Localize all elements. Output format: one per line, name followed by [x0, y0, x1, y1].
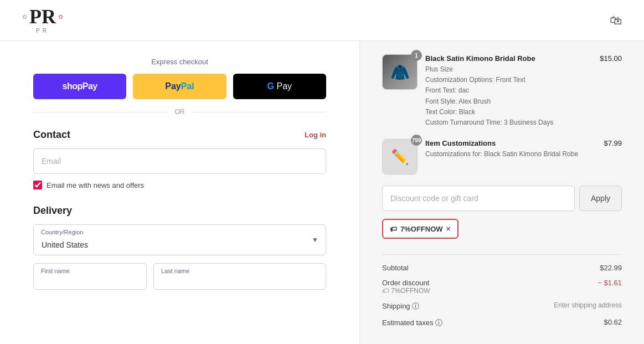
- summary-divider: [382, 254, 622, 255]
- newsletter-checkbox[interactable]: [33, 181, 42, 189]
- shipping-row: Shipping ⓘ Enter shipping address: [382, 298, 622, 315]
- item-badge-1: 799: [411, 135, 422, 146]
- apply-button[interactable]: Apply: [579, 186, 622, 211]
- taxes-row: Estimated taxes ⓘ $0.62: [382, 315, 622, 331]
- paypal-label: PayPal: [165, 81, 194, 91]
- shipping-label: Shipping ⓘ: [382, 301, 419, 311]
- coupon-icon-small: 🏷: [382, 287, 389, 295]
- coupon-remove-button[interactable]: ×: [446, 224, 451, 233]
- country-select-wrapper: Country/Region United States ▼: [33, 224, 326, 255]
- subtotal-row: Subtotal $22.99: [382, 260, 622, 275]
- robe-thumbnail: 🧥: [383, 55, 417, 89]
- item-meta-1: Customizations for: Black Satin Kimono B…: [425, 149, 596, 160]
- express-checkout-section: Express checkout shopPay PayPal G Pay OR: [33, 58, 326, 116]
- shipping-info-icon[interactable]: ⓘ: [412, 302, 419, 310]
- order-item-1: ✏️ 799 Item Customizations Customization…: [382, 139, 622, 174]
- discount-value: − $1.61: [597, 279, 622, 295]
- logo-initials: PR: [29, 7, 56, 27]
- item-image-wrap-0: 🧥 1: [382, 54, 418, 90]
- cart-icon[interactable]: 🛍: [610, 13, 622, 28]
- item-price-1: $7.99: [604, 139, 622, 147]
- shoppay-button[interactable]: shopPay: [33, 74, 126, 99]
- express-checkout-label: Express checkout: [33, 58, 326, 66]
- gpay-button[interactable]: G Pay: [233, 74, 326, 99]
- coupon-code: 7%OFFNOW: [400, 225, 443, 233]
- paypal-button[interactable]: PayPal: [133, 74, 226, 99]
- item-price-0: $15.00: [600, 54, 622, 63]
- subtotal-value: $22.99: [600, 264, 622, 272]
- contact-title: Contact: [33, 129, 70, 141]
- logo-subtitle: PR: [36, 28, 49, 34]
- first-name-wrap: First name: [33, 263, 147, 290]
- contact-heading: Contact Log in: [33, 129, 326, 141]
- item-image-wrap-1: ✏️ 799: [382, 139, 418, 174]
- order-discount-row: Order discount 🏷 7%OFFNOW − $1.61: [382, 275, 622, 298]
- main-layout: Express checkout shopPay PayPal G Pay OR: [0, 41, 644, 344]
- delivery-section: Delivery Country/Region United States ▼ …: [33, 205, 326, 290]
- newsletter-label: Email me with news and offers: [47, 181, 144, 189]
- discount-code-row: 🏷 7%OFFNOW: [382, 287, 430, 295]
- coupon-tag: 🏷 7%OFFNOW ×: [382, 219, 458, 239]
- taxes-info-icon[interactable]: ⓘ: [435, 319, 442, 327]
- contact-section: Contact Log in Email me with news and of…: [33, 129, 326, 189]
- log-in-link[interactable]: Log in: [305, 131, 326, 139]
- item-name-0: Black Satin Kimono Bridal Robe: [425, 54, 592, 63]
- item-badge-0: 1: [411, 50, 422, 61]
- delivery-heading: Delivery: [33, 205, 326, 217]
- express-buttons: shopPay PayPal G Pay: [33, 74, 326, 99]
- item-name-1: Item Customizations: [425, 139, 596, 147]
- country-label: Country/Region: [41, 229, 83, 235]
- email-field[interactable]: [33, 148, 326, 174]
- order-discount-label: Order discount: [382, 279, 430, 287]
- order-discount-left: Order discount 🏷 7%OFFNOW: [382, 279, 430, 295]
- gpay-label: G Pay: [267, 81, 292, 91]
- last-name-wrap: Last name: [153, 263, 326, 290]
- left-panel: Express checkout shopPay PayPal G Pay OR: [0, 41, 360, 344]
- item-image-0: 🧥: [382, 54, 418, 90]
- or-divider: OR: [33, 108, 326, 116]
- right-panel: 🧥 1 Black Satin Kimono Bridal Robe Plus …: [360, 41, 644, 344]
- order-item-0: 🧥 1 Black Satin Kimono Bridal Robe Plus …: [382, 54, 622, 128]
- taxes-label: Estimated taxes ⓘ: [382, 318, 442, 328]
- shipping-value: Enter shipping address: [554, 301, 622, 311]
- site-header: ✿ PR ✿ PR 🛍: [0, 0, 644, 41]
- newsletter-row: Email me with news and offers: [33, 181, 326, 189]
- discount-code-value: 7%OFFNOW: [391, 287, 430, 295]
- customize-thumbnail: ✏️: [383, 140, 417, 174]
- discount-row: Apply: [382, 186, 622, 211]
- discount-input[interactable]: [382, 186, 575, 211]
- item-meta-0: Plus Size Customization Options: Front T…: [425, 64, 592, 128]
- subtotal-label: Subtotal: [382, 264, 409, 272]
- last-name-label: Last name: [161, 268, 189, 274]
- item-details-0: Black Satin Kimono Bridal Robe Plus Size…: [425, 54, 592, 128]
- logo-area: ✿ PR ✿ PR: [22, 7, 63, 34]
- item-image-1: ✏️: [382, 139, 418, 174]
- first-name-label: First name: [41, 268, 70, 274]
- delivery-title: Delivery: [33, 205, 72, 217]
- taxes-value: $0.62: [604, 318, 622, 328]
- coupon-tag-icon: 🏷: [390, 225, 397, 233]
- or-label: OR: [175, 108, 185, 116]
- name-row: First name Last name: [33, 263, 326, 290]
- item-details-1: Item Customizations Customizations for: …: [425, 139, 596, 160]
- shoppay-label: shopPay: [63, 81, 97, 91]
